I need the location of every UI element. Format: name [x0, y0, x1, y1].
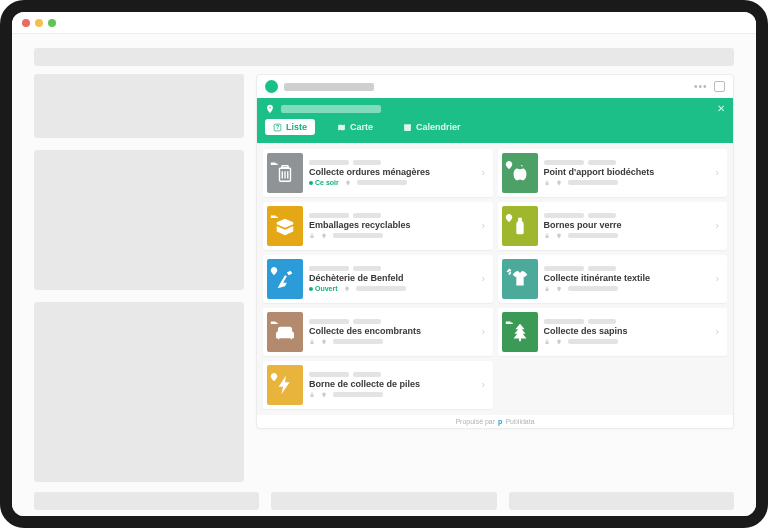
calendar-icon	[403, 123, 412, 132]
sofa-icon-tile	[267, 312, 303, 352]
pin-icon	[265, 104, 275, 114]
brand-label-placeholder	[284, 83, 374, 91]
scope-icon-tile	[267, 259, 303, 299]
lock-icon	[544, 286, 550, 292]
card-scope[interactable]: Déchèterie de Benfeld Ouvert	[263, 255, 493, 303]
card-sofa[interactable]: Collecte des encombrants	[263, 308, 493, 356]
page: ••• ✕ ? Liste	[12, 48, 756, 528]
card-body: Déchèterie de Benfeld Ouvert	[309, 266, 474, 293]
chevron-right-icon	[714, 168, 720, 178]
chevron-right-icon	[714, 327, 720, 337]
chevron-right-icon	[480, 327, 486, 337]
powered-prefix: Propulsé par	[455, 418, 495, 425]
card-body: Bornes pour verre	[544, 213, 709, 239]
footer-placeholder-1	[34, 492, 259, 510]
card-tree[interactable]: Collecte des sapins	[498, 308, 728, 356]
tab-list[interactable]: ? Liste	[265, 119, 315, 135]
chevron-right-icon	[480, 168, 486, 178]
main-column: ••• ✕ ? Liste	[256, 74, 734, 482]
expand-icon[interactable]	[714, 81, 725, 92]
lock-icon	[544, 339, 550, 345]
pin-icon	[556, 286, 562, 292]
more-menu-icon[interactable]: •••	[694, 81, 706, 92]
tab-map[interactable]: Carte	[329, 119, 381, 135]
chevron-right-icon	[480, 221, 486, 231]
pin-icon	[321, 392, 327, 398]
tab-list-label: Liste	[286, 122, 307, 132]
box-icon-tile	[267, 206, 303, 246]
svg-text:?: ?	[276, 124, 279, 130]
card-apple[interactable]: Point d'apport biodéchets	[498, 149, 728, 197]
card-title: Déchèterie de Benfeld	[309, 273, 474, 284]
pin-icon	[321, 233, 327, 239]
header-placeholder	[34, 48, 734, 66]
pin-icon	[344, 286, 350, 292]
card-body: Collecte des sapins	[544, 319, 709, 345]
card-body: Collecte itinérante textile	[544, 266, 709, 292]
lock-icon	[309, 233, 315, 239]
tab-row: ? Liste Carte Calendrier	[257, 119, 733, 143]
tab-map-label: Carte	[350, 122, 373, 132]
sidebar-placeholder-3	[34, 302, 244, 482]
waste-widget: ••• ✕ ? Liste	[256, 74, 734, 429]
map-icon	[337, 123, 346, 132]
card-body: Collecte des encombrants	[309, 319, 474, 345]
svg-rect-3	[404, 124, 411, 126]
card-status: Ouvert	[309, 285, 338, 292]
footer-placeholder-3	[509, 492, 734, 510]
apple-icon-tile	[502, 153, 538, 193]
cards-grid: Collecte ordures ménagères Ce soir Point…	[257, 143, 733, 415]
powered-by: Propulsé par p Publidata	[257, 415, 733, 428]
footer-placeholder-2	[271, 492, 496, 510]
pin-icon	[556, 180, 562, 186]
lock-icon	[544, 233, 550, 239]
bolt-icon-tile	[267, 365, 303, 405]
lock-icon	[309, 339, 315, 345]
window-minimize-dot[interactable]	[35, 19, 43, 27]
bottom-row	[12, 492, 756, 510]
window-zoom-dot[interactable]	[48, 19, 56, 27]
tab-calendar-label: Calendrier	[416, 122, 461, 132]
lock-icon	[544, 180, 550, 186]
tab-calendar[interactable]: Calendrier	[395, 119, 469, 135]
card-bolt[interactable]: Borne de collecte de piles	[263, 361, 493, 409]
pin-icon	[556, 233, 562, 239]
card-title: Point d'apport biodéchets	[544, 167, 709, 178]
tree-icon-tile	[502, 312, 538, 352]
publidata-logo[interactable]: p	[498, 418, 502, 425]
device-frame: ••• ✕ ? Liste	[0, 0, 768, 528]
brand-dot-icon	[265, 80, 278, 93]
card-bottle[interactable]: Bornes pour verre	[498, 202, 728, 250]
card-body: Collecte ordures ménagères Ce soir	[309, 160, 474, 187]
powered-brand[interactable]: Publidata	[505, 418, 534, 425]
lock-icon	[309, 392, 315, 398]
chevron-right-icon	[480, 380, 486, 390]
pin-icon	[556, 339, 562, 345]
list-icon: ?	[273, 123, 282, 132]
sidebar-placeholder-2	[34, 150, 244, 290]
card-title: Collecte ordures ménagères	[309, 167, 474, 178]
widget-header: •••	[257, 75, 733, 98]
card-body: Point d'apport biodéchets	[544, 160, 709, 186]
card-title: Collecte des encombrants	[309, 326, 474, 337]
card-status: Ce soir	[309, 179, 339, 186]
card-box[interactable]: Emballages recyclables	[263, 202, 493, 250]
card-title: Bornes pour verre	[544, 220, 709, 231]
card-trash[interactable]: Collecte ordures ménagères Ce soir	[263, 149, 493, 197]
bottle-icon-tile	[502, 206, 538, 246]
card-body: Emballages recyclables	[309, 213, 474, 239]
chevron-right-icon	[714, 221, 720, 231]
card-title: Emballages recyclables	[309, 220, 474, 231]
sidebar-placeholder-1	[34, 74, 244, 138]
chevron-right-icon	[714, 274, 720, 284]
location-placeholder	[281, 105, 381, 113]
card-title: Collecte des sapins	[544, 326, 709, 337]
pin-icon	[345, 180, 351, 186]
card-tshirt[interactable]: Collecte itinérante textile	[498, 255, 728, 303]
window-close-dot[interactable]	[22, 19, 30, 27]
location-bar: ✕	[257, 98, 733, 119]
tshirt-icon-tile	[502, 259, 538, 299]
close-icon[interactable]: ✕	[717, 103, 725, 114]
left-column	[34, 74, 244, 482]
pin-icon	[321, 339, 327, 345]
